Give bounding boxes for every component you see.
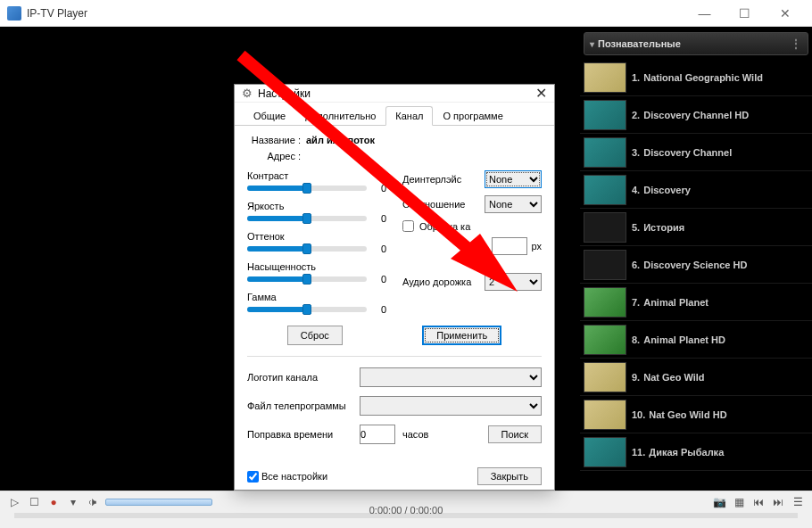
channel-logo-label: Логотип канала — [247, 372, 352, 383]
tvguide-file-label: Файл телепрограммы — [247, 400, 352, 411]
channel-number: 3. — [632, 147, 640, 158]
contrast-slider[interactable] — [247, 186, 367, 191]
search-button[interactable]: Поиск — [488, 425, 542, 443]
record-button[interactable]: ● — [46, 495, 61, 509]
dialog-tabs: Общие Дополнительно Канал О программе — [235, 103, 554, 126]
dialog-body: Название : айл или поток Адрес : Контрас… — [235, 126, 554, 462]
channel-logo-select[interactable] — [360, 367, 542, 387]
address-label: Адрес : — [247, 151, 301, 161]
tab-channel[interactable]: Канал — [385, 106, 433, 126]
tvguide-file-select[interactable] — [360, 396, 542, 416]
channel-name: Animal Planet — [643, 297, 708, 308]
brightness-label: Яркость — [247, 201, 386, 211]
channel-number: 6. — [632, 260, 640, 270]
channel-name: Animal Planet HD — [643, 334, 725, 345]
channel-name: Discovery Science HD — [643, 260, 747, 270]
audio-track-select[interactable]: 2 — [485, 273, 542, 291]
channel-thumbnail — [584, 400, 626, 430]
dialog-close-button[interactable]: ✕ — [535, 85, 547, 102]
channel-number: 4. — [632, 185, 640, 195]
dialog-footer: Все настройки Закрыть — [235, 462, 554, 494]
saturation-slider[interactable] — [247, 276, 367, 282]
stop-button[interactable]: ☐ — [27, 495, 41, 509]
time-offset-spinner[interactable] — [360, 425, 395, 444]
time-display: 0:00:00 / 0:00:00 — [369, 505, 443, 516]
channel-thumbnail — [584, 250, 626, 280]
volume-icon[interactable]: 🕩 — [86, 495, 100, 509]
hours-label: часов — [402, 429, 428, 440]
playlist-item[interactable]: 7.Animal Planet — [580, 284, 812, 321]
playlist-item[interactable]: 10.Nat Geo Wild HD — [580, 396, 812, 433]
app-icon — [7, 6, 21, 21]
menu-dots-icon[interactable]: ⋮ — [791, 37, 802, 50]
channel-thumbnail — [584, 175, 626, 205]
playlist-item[interactable]: 2.Discovery Channel HD — [580, 96, 812, 134]
audio-track-label: Аудио дорожка — [402, 276, 481, 287]
crop-px-input[interactable] — [492, 237, 527, 255]
channel-number: 9. — [632, 372, 640, 383]
main-content: ▾ Познавательные ⋮ 1.National Geographic… — [0, 27, 812, 491]
playlist-toggle-button[interactable]: ☰ — [791, 495, 805, 509]
channel-thumbnail — [584, 325, 626, 355]
volume-slider[interactable] — [105, 499, 212, 506]
dialog-close-footer-button[interactable]: Закрыть — [477, 467, 542, 485]
tab-extra[interactable]: Дополнительно — [295, 106, 385, 126]
all-settings-checkbox[interactable] — [247, 471, 259, 483]
channel-number: 8. — [632, 334, 640, 345]
channel-name: Discovery Channel — [643, 147, 732, 158]
brightness-value: 0 — [370, 213, 386, 224]
px-suffix: px — [531, 241, 542, 252]
deinterlace-label: Деинтерлэйс — [402, 174, 481, 185]
tab-general[interactable]: Общие — [244, 106, 295, 126]
playlist-item[interactable]: 8.Animal Planet HD — [580, 321, 812, 359]
close-button[interactable]: ✕ — [765, 0, 805, 27]
channel-number: 11. — [632, 447, 645, 458]
crop-checkbox[interactable] — [402, 220, 414, 232]
channel-number: 10. — [632, 409, 645, 420]
next-button[interactable]: ⏭ — [771, 495, 785, 509]
channel-thumbnail — [584, 287, 626, 318]
dialog-header[interactable]: ⚙ Настройки ✕ — [235, 85, 554, 103]
minimize-button[interactable]: — — [684, 0, 725, 27]
gear-icon: ⚙ — [242, 87, 253, 100]
settings-dialog: ⚙ Настройки ✕ Общие Дополнительно Канал … — [234, 84, 555, 491]
playlist-item[interactable]: 1.National Geographic Wild — [580, 59, 812, 96]
channel-thumbnail — [584, 62, 626, 93]
channel-number: 2. — [632, 110, 640, 120]
playlist-item[interactable]: 5.История — [580, 209, 812, 246]
channel-name: Nat Geo Wild — [643, 372, 704, 383]
prev-button[interactable]: ⏮ — [751, 495, 766, 509]
channel-thumbnail — [584, 437, 626, 467]
tvguide-button[interactable]: ▦ — [732, 495, 746, 509]
channel-name: National Geographic Wild — [643, 72, 763, 83]
sliders-column: Контраст 0 Яркость 0 Оттенок 0 Насыщенно… — [247, 170, 386, 322]
all-settings-checkbox-label[interactable]: Все настройки — [247, 471, 327, 483]
gamma-slider[interactable] — [247, 307, 367, 312]
playlist-item[interactable]: 11.Дикая Рыбалка — [580, 433, 812, 471]
deinterlace-select[interactable]: None — [485, 170, 542, 188]
channel-name: Дикая Рыбалка — [649, 447, 724, 458]
hue-label: Оттенок — [247, 231, 386, 242]
tab-about[interactable]: О программе — [433, 106, 512, 126]
dropdown-button[interactable]: ▾ — [66, 495, 80, 509]
maximize-button[interactable]: ☐ — [725, 0, 765, 27]
snapshot-button[interactable]: 📷 — [712, 495, 726, 509]
playlist-category-header[interactable]: ▾ Познавательные ⋮ — [584, 32, 808, 55]
saturation-label: Насыщенность — [247, 261, 386, 272]
playlist-item[interactable]: 4.Discovery — [580, 171, 812, 209]
name-value: айл или поток — [306, 135, 375, 145]
playlist-item[interactable]: 3.Discovery Channel — [580, 134, 812, 171]
brightness-slider[interactable] — [247, 216, 367, 221]
playlist-item[interactable]: 9.Nat Geo Wild — [580, 359, 812, 396]
playlist-item[interactable]: 6.Discovery Science HD — [580, 246, 812, 284]
playlist-list[interactable]: 1.National Geographic Wild2.Discovery Ch… — [580, 59, 812, 491]
window-titlebar: IP-TV Player — ☐ ✕ — [0, 0, 812, 27]
channel-thumbnail — [584, 100, 626, 130]
reset-button[interactable]: Сброс — [287, 326, 343, 345]
window-title: IP-TV Player — [27, 7, 87, 20]
channel-name: История — [643, 222, 684, 233]
apply-button[interactable]: Применить — [422, 326, 501, 345]
hue-slider[interactable] — [247, 246, 367, 252]
play-button[interactable]: ▷ — [7, 495, 21, 509]
aspect-select[interactable]: None — [485, 195, 542, 213]
